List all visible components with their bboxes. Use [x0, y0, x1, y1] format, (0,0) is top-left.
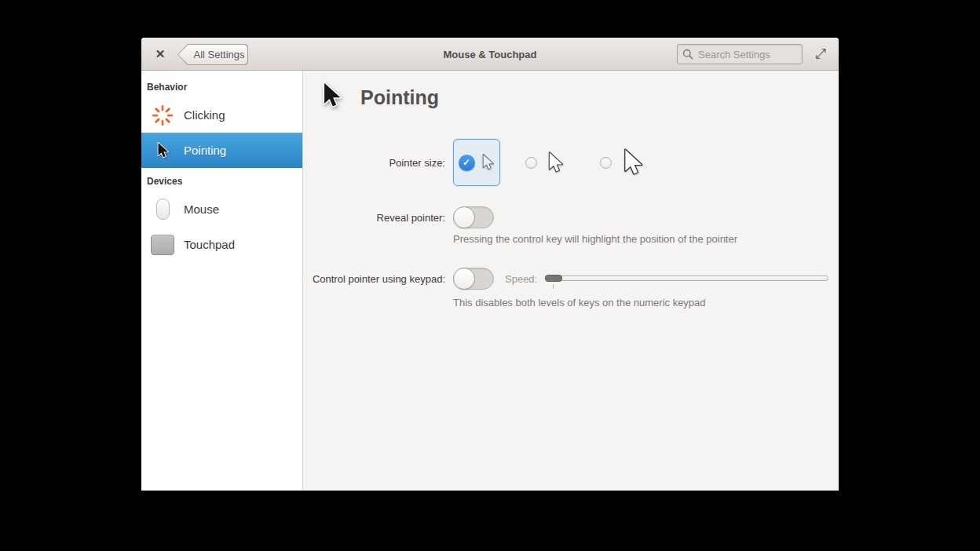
keypad-control-description: This disables both levels of keys on the… [453, 297, 706, 308]
starburst-icon [150, 104, 175, 127]
sidebar-item-mouse[interactable]: Mouse [141, 192, 302, 227]
maximize-button[interactable]: ⤢ [810, 38, 831, 71]
touchpad-icon [150, 235, 175, 255]
toggle-knob [453, 206, 475, 228]
sidebar-item-touchpad[interactable]: Touchpad [141, 227, 302, 262]
pointer-size-radio-medium[interactable] [525, 157, 537, 169]
sidebar-item-label: Touchpad [184, 238, 235, 251]
pointer-size-radio-large[interactable] [600, 157, 612, 169]
speed-slider[interactable] [545, 268, 828, 290]
pointer-size-row: Pointer size: ✓ [303, 139, 828, 186]
search-icon [682, 49, 693, 60]
keypad-control-row: Control pointer using keypad: Speed: [303, 268, 828, 290]
pointing-heading-cursor-icon [319, 82, 344, 113]
sidebar-item-pointing[interactable]: Pointing [141, 133, 302, 168]
titlebar: ✕ All Settings Mouse & Touchpad ⤢ [141, 38, 839, 71]
pointer-size-label: Pointer size: [303, 157, 445, 169]
toggle-knob [453, 268, 475, 290]
reveal-pointer-label: Reveal pointer: [303, 212, 445, 224]
keypad-control-label: Control pointer using keypad: [303, 273, 445, 285]
small-cursor-icon [480, 154, 495, 171]
settings-window: ✕ All Settings Mouse & Touchpad ⤢ Behavi… [141, 38, 839, 491]
pointer-size-option-small[interactable]: ✓ [453, 139, 500, 186]
pointing-panel: Pointing Pointer size: ✓ Reveal pointer:… [303, 71, 839, 490]
check-icon: ✓ [459, 155, 475, 171]
cursor-icon [150, 142, 175, 159]
search-field[interactable] [677, 44, 803, 64]
keypad-control-toggle[interactable] [453, 268, 494, 290]
reveal-pointer-description: Pressing the control key will highlight … [453, 233, 737, 245]
sidebar-header-devices: Devices [141, 171, 302, 192]
speed-label: Speed: [505, 273, 537, 285]
expand-icon: ⤢ [815, 46, 826, 62]
mouse-icon [150, 199, 175, 220]
reveal-pointer-row: Reveal pointer: [303, 206, 828, 228]
slider-track [545, 276, 828, 281]
large-cursor-icon [620, 148, 645, 177]
reveal-pointer-toggle[interactable] [453, 206, 494, 228]
slider-tick [553, 284, 554, 289]
sidebar: Behavior [141, 71, 303, 490]
sidebar-item-label: Mouse [184, 203, 219, 216]
sidebar-header-behavior: Behavior [141, 77, 302, 97]
sidebar-item-label: Pointing [184, 144, 226, 157]
sidebar-item-label: Clicking [184, 108, 225, 122]
page-title: Pointing [360, 86, 439, 109]
slider-handle[interactable] [545, 275, 562, 282]
search-input[interactable] [698, 49, 797, 60]
sidebar-item-clicking[interactable]: Clicking [141, 97, 302, 133]
medium-cursor-icon [545, 151, 565, 174]
